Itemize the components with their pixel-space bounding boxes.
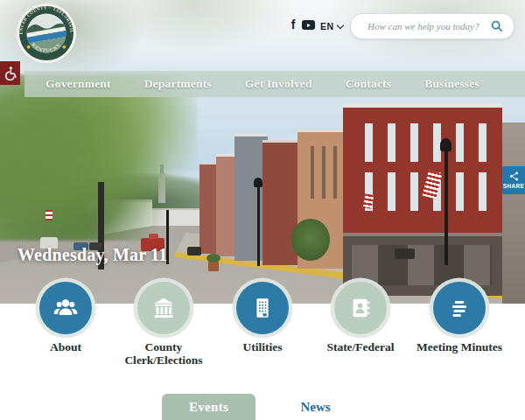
quick-link-label: Utilities (206, 341, 319, 354)
quick-link-label: About (9, 341, 122, 354)
contact-book-icon (334, 282, 387, 334)
date-banner: Wednesday, Mar 11 (18, 245, 167, 265)
quick-link-label: Meeting Minutes (402, 341, 516, 354)
nav-item-government[interactable]: Government (46, 77, 111, 91)
quick-link-label: County Clerk/Elections (107, 341, 220, 368)
building-icon (236, 282, 289, 334)
main-navigation: Government Departments Get Involved Cont… (24, 71, 525, 97)
play-glyph (307, 24, 311, 27)
county-seal-logo[interactable]: SPENCER COUNTY ~ TAYLORSVILLE KENTUCKY (16, 3, 77, 64)
people-icon (39, 282, 92, 334)
tab-events[interactable]: Events (162, 394, 256, 420)
language-label: EN (320, 21, 334, 32)
accessibility-button[interactable] (0, 61, 20, 85)
quick-link-state-federal[interactable]: State/Federal (304, 282, 417, 354)
top-foliage (88, 0, 298, 52)
search-input[interactable] (366, 20, 491, 32)
quick-link-about[interactable]: About (9, 282, 122, 354)
share-nodes-icon (509, 172, 519, 181)
tab-news[interactable]: News (269, 394, 362, 420)
wheelchair-icon (4, 66, 18, 80)
quick-link-meeting-minutes[interactable]: Meeting Minutes (402, 282, 516, 354)
meeting-lines-icon (433, 282, 486, 334)
nav-item-get-involved[interactable]: Get Involved (245, 77, 312, 91)
chevron-down-icon (336, 21, 343, 28)
nav-item-businesses[interactable]: Businesses (424, 77, 480, 91)
county-seal-icon: SPENCER COUNTY ~ TAYLORSVILLE KENTUCKY (16, 3, 77, 64)
nav-item-departments[interactable]: Departments (144, 77, 212, 91)
search-icon[interactable] (491, 20, 503, 32)
quick-link-label: State/Federal (304, 341, 417, 354)
quick-link-utilities[interactable]: Utilities (206, 282, 319, 354)
youtube-icon[interactable] (302, 20, 315, 30)
nav-item-contacts[interactable]: Contacts (346, 77, 392, 91)
spencer-county-homepage: Government Departments Get Involved Cont… (0, 0, 525, 420)
language-selector[interactable]: EN (320, 20, 343, 32)
bush (291, 219, 330, 261)
quick-link-county-clerk-elections[interactable]: County Clerk/Elections (107, 282, 220, 368)
facebook-icon[interactable]: f (288, 18, 298, 32)
courthouse-icon (137, 282, 190, 334)
share-label: SHARE (503, 183, 524, 189)
share-button[interactable]: SHARE (502, 166, 525, 194)
site-search (350, 13, 514, 39)
